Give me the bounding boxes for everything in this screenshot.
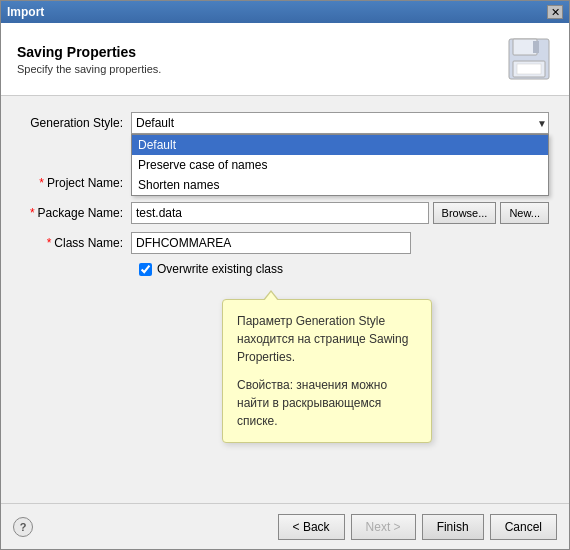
page-title: Saving Properties: [17, 44, 161, 60]
back-button[interactable]: < Back: [278, 514, 345, 540]
class-name-row: *Class Name:: [21, 232, 549, 254]
package-name-input[interactable]: [131, 202, 429, 224]
footer-right: < Back Next > Finish Cancel: [278, 514, 557, 540]
footer-left: ?: [13, 517, 33, 537]
finish-button[interactable]: Finish: [422, 514, 484, 540]
generation-style-label: Generation Style:: [21, 116, 131, 130]
cancel-button[interactable]: Cancel: [490, 514, 557, 540]
generation-style-row: Generation Style: Default ▼ Default Pres…: [21, 112, 549, 134]
callout-text1: Параметр Generation Style находится на с…: [237, 312, 417, 366]
dialog-header: Saving Properties Specify the saving pro…: [1, 23, 569, 96]
next-button[interactable]: Next >: [351, 514, 416, 540]
required-star-package: *: [30, 206, 35, 220]
required-star-class: *: [47, 236, 52, 250]
overwrite-row: Overwrite existing class: [139, 262, 549, 276]
dialog-content: Generation Style: Default ▼ Default Pres…: [1, 96, 569, 503]
title-bar: Import ✕: [1, 1, 569, 23]
package-name-label: *Package Name:: [21, 206, 131, 220]
dropdown-option-preserve[interactable]: Preserve case of names: [132, 155, 548, 175]
generation-style-popup: Default Preserve case of names Shorten n…: [131, 134, 549, 196]
import-dialog: Import ✕ Saving Properties Specify the s…: [0, 0, 570, 550]
overwrite-checkbox[interactable]: [139, 263, 152, 276]
page-subtitle: Specify the saving properties.: [17, 63, 161, 75]
class-name-label: *Class Name:: [21, 236, 131, 250]
generation-style-selected[interactable]: Default: [131, 112, 549, 134]
generation-style-dropdown[interactable]: Default ▼ Default Preserve case of names…: [131, 112, 549, 134]
package-browse-button[interactable]: Browse...: [433, 202, 497, 224]
overwrite-label: Overwrite existing class: [157, 262, 283, 276]
header-text: Saving Properties Specify the saving pro…: [17, 44, 161, 75]
class-name-input[interactable]: [131, 232, 411, 254]
floppy-disk-icon: [505, 35, 553, 83]
callout-text2: Свойства: значения можно найти в раскрыв…: [237, 376, 417, 430]
callout-bubble: Параметр Generation Style находится на с…: [222, 299, 432, 443]
required-star-project: *: [39, 176, 44, 190]
dropdown-option-default[interactable]: Default: [132, 135, 548, 155]
dialog-footer: ? < Back Next > Finish Cancel: [1, 503, 569, 549]
help-button[interactable]: ?: [13, 517, 33, 537]
package-name-row: *Package Name: Browse... New...: [21, 202, 549, 224]
package-new-button[interactable]: New...: [500, 202, 549, 224]
project-name-label: *Project Name:: [21, 176, 131, 190]
window-title: Import: [7, 5, 44, 19]
svg-rect-2: [533, 41, 539, 53]
package-name-field-group: Browse... New...: [131, 202, 549, 224]
svg-rect-4: [517, 64, 541, 74]
dropdown-option-shorten[interactable]: Shorten names: [132, 175, 548, 195]
close-button[interactable]: ✕: [547, 5, 563, 19]
